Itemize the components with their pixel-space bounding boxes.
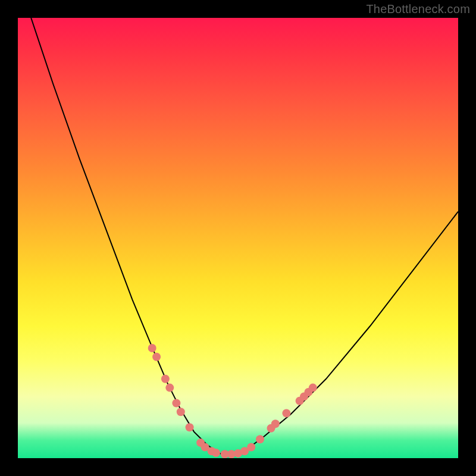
data-marker xyxy=(177,408,185,416)
data-marker xyxy=(165,384,174,392)
plot-area xyxy=(18,18,458,458)
watermark-text: TheBottleneck.com xyxy=(366,2,470,16)
data-marker xyxy=(247,443,255,452)
data-marker xyxy=(309,384,317,392)
bottleneck-curve xyxy=(31,18,458,454)
data-marker xyxy=(271,419,280,428)
data-marker xyxy=(148,344,156,352)
chart-svg xyxy=(18,18,458,458)
data-marker xyxy=(152,353,161,361)
data-marker xyxy=(161,375,170,383)
data-marker xyxy=(282,409,290,418)
data-marker xyxy=(186,423,194,431)
data-marker xyxy=(172,399,180,408)
data-marker xyxy=(256,435,264,443)
data-marker xyxy=(212,449,220,457)
outer-frame: TheBottleneck.com xyxy=(0,0,476,476)
curve-layer xyxy=(31,18,458,454)
marker-layer xyxy=(148,344,317,458)
